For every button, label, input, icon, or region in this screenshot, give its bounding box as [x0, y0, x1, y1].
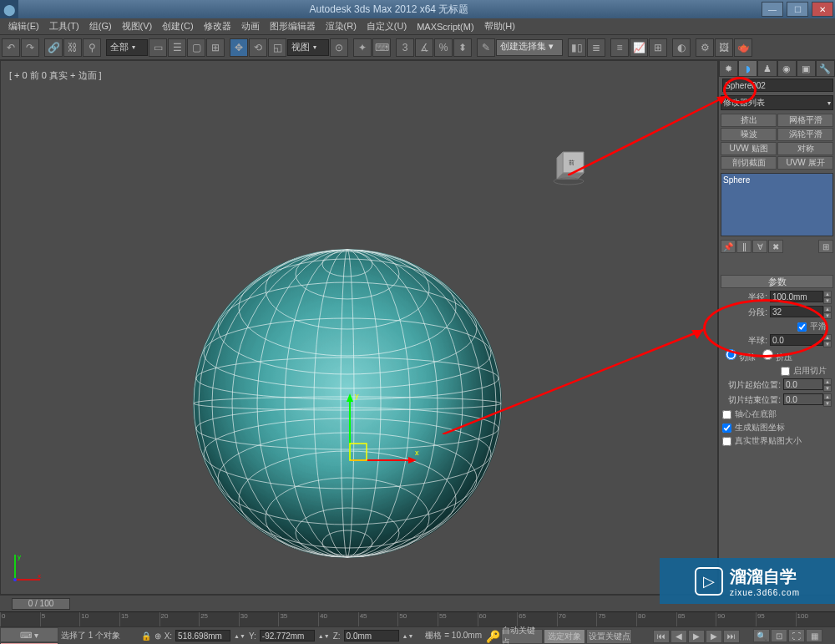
menu-maxscript[interactable]: MAXScript(M): [412, 20, 478, 33]
menu-create[interactable]: 创建(C): [157, 18, 198, 34]
menu-rendering[interactable]: 渲染(R): [321, 18, 362, 34]
squash-radio[interactable]: 挤压: [762, 349, 792, 363]
chop-radio[interactable]: 切除: [726, 349, 756, 363]
percent-snap-button[interactable]: %: [434, 38, 453, 57]
redo-button[interactable]: ↷: [21, 38, 39, 57]
keyboard-shortcut-button[interactable]: ⌨: [372, 38, 391, 57]
selection-filter[interactable]: 全部: [106, 39, 148, 56]
angle-snap-button[interactable]: ∡: [415, 38, 433, 57]
y-coord-input[interactable]: [260, 630, 315, 641]
x-coord-input[interactable]: [175, 630, 230, 641]
layer-button[interactable]: ≡: [610, 38, 629, 57]
zoom-extents-button[interactable]: ⛶: [788, 629, 805, 642]
hierarchy-tab[interactable]: ♟: [757, 60, 777, 77]
goto-start-button[interactable]: ⏮: [653, 630, 670, 643]
snap-toggle-button[interactable]: 3: [396, 38, 414, 57]
radius-input[interactable]: [770, 291, 823, 302]
segments-input[interactable]: [770, 306, 823, 317]
edit-selection-button[interactable]: ✎: [477, 38, 495, 57]
move-button[interactable]: ✥: [230, 38, 248, 57]
smooth-checkbox[interactable]: [797, 322, 807, 332]
menu-graph[interactable]: 图形编辑器: [265, 18, 321, 34]
track-bar[interactable]: 0510152025303540455055606570758085909510…: [0, 611, 835, 626]
auto-key-button[interactable]: 自动关键点: [501, 629, 543, 644]
pin-stack-button[interactable]: 📌: [721, 240, 736, 253]
segments-down[interactable]: ▼: [823, 312, 832, 319]
mod-slice[interactable]: 剖切截面: [721, 156, 777, 170]
hemi-up[interactable]: ▲: [823, 334, 832, 341]
viewport[interactable]: [ + 0 前 0 真实 + 边面 ]: [0, 60, 718, 595]
scale-button[interactable]: ◱: [268, 38, 286, 57]
mod-extrude[interactable]: 挤出: [721, 114, 777, 127]
select-button[interactable]: ▭: [149, 38, 167, 57]
modify-tab[interactable]: ◗: [738, 60, 757, 77]
rendered-frame-button[interactable]: 🖼: [715, 38, 733, 57]
mod-meshsmooth[interactable]: 网格平滑: [777, 114, 833, 127]
stack-item-sphere[interactable]: Sphere: [723, 175, 831, 185]
menu-tools[interactable]: 工具(T): [44, 18, 84, 34]
display-tab[interactable]: ▣: [797, 60, 816, 77]
viewport-label[interactable]: [ + 0 前 0 真实 + 边面 ]: [9, 69, 102, 82]
zoom-all-button[interactable]: ⊡: [771, 629, 787, 642]
parameters-rollout[interactable]: 参数: [721, 275, 833, 288]
maximize-button[interactable]: ☐: [787, 2, 808, 17]
object-name-input[interactable]: [722, 79, 833, 92]
slice-on-checkbox[interactable]: [781, 367, 790, 376]
create-tab[interactable]: ✹: [719, 60, 738, 77]
curve-editor-button[interactable]: 📈: [630, 38, 648, 57]
z-coord-input[interactable]: [344, 630, 399, 641]
set-key-button[interactable]: 设置关键点: [586, 629, 632, 644]
ref-coord-system[interactable]: 视图: [287, 39, 329, 56]
menu-animation[interactable]: 动画: [236, 18, 265, 34]
hemi-down[interactable]: ▼: [823, 341, 832, 347]
modifier-list-dropdown[interactable]: 修改器列表: [721, 95, 833, 110]
menu-modifiers[interactable]: 修改器: [199, 18, 236, 34]
make-unique-button[interactable]: ∀: [752, 240, 767, 253]
show-end-result-button[interactable]: ǁ: [736, 240, 752, 253]
configure-sets-button[interactable]: ⊞: [818, 240, 833, 253]
prev-frame-button[interactable]: ◀: [671, 630, 687, 643]
lock-icon[interactable]: 🔒: [141, 631, 151, 641]
select-manipulate-button[interactable]: ✦: [353, 38, 372, 57]
rotate-button[interactable]: ⟲: [249, 38, 267, 57]
align-button[interactable]: ≣: [587, 38, 605, 57]
radius-down[interactable]: ▼: [823, 297, 832, 304]
key-icon[interactable]: 🔑: [486, 630, 500, 643]
mod-uvwunwrap[interactable]: UVW 展开: [777, 156, 833, 170]
next-frame-button[interactable]: ▶: [706, 630, 722, 643]
zoom-button[interactable]: 🔍: [753, 629, 770, 642]
mod-uvwmap[interactable]: UVW 贴图: [721, 142, 777, 155]
mod-turbosmooth[interactable]: 涡轮平滑: [777, 128, 833, 141]
menu-views[interactable]: 视图(V): [117, 18, 158, 34]
hemisphere-input[interactable]: [770, 334, 823, 346]
sphere-object[interactable]: [193, 249, 502, 558]
render-setup-button[interactable]: ⚙: [696, 38, 714, 57]
mirror-button[interactable]: ▮▯: [568, 38, 586, 57]
menu-customize[interactable]: 自定义(U): [362, 18, 412, 34]
minimize-button[interactable]: —: [762, 2, 783, 17]
select-region-button[interactable]: ▢: [187, 38, 205, 57]
menu-help[interactable]: 帮助(H): [479, 18, 520, 34]
selected-dropdown[interactable]: 选定对象: [544, 629, 585, 644]
link-button[interactable]: 🔗: [44, 38, 63, 57]
coord-icon[interactable]: ⊕: [154, 631, 161, 641]
base-pivot-checkbox[interactable]: [722, 410, 731, 419]
window-crossing-button[interactable]: ⊞: [206, 38, 225, 57]
modifier-stack[interactable]: Sphere: [721, 173, 833, 236]
render-button[interactable]: 🫖: [734, 38, 752, 57]
mod-symmetry[interactable]: 对称: [777, 142, 833, 155]
view-cube[interactable]: 前: [550, 148, 592, 185]
bind-button[interactable]: ⚲: [83, 38, 101, 57]
utilities-tab[interactable]: 🔧: [816, 60, 835, 77]
mod-noise[interactable]: 噪波: [721, 128, 777, 141]
time-slider[interactable]: 0 / 100: [12, 598, 70, 610]
close-button[interactable]: ✕: [812, 2, 833, 17]
spinner-snap-button[interactable]: ⬍: [453, 38, 472, 57]
goto-end-button[interactable]: ⏭: [723, 630, 740, 643]
remove-modifier-button[interactable]: ✖: [768, 240, 783, 253]
pivot-button[interactable]: ⊙: [330, 38, 348, 57]
segments-up[interactable]: ▲: [823, 306, 832, 312]
gen-uv-checkbox[interactable]: [722, 423, 731, 433]
material-editor-button[interactable]: ◐: [672, 38, 691, 57]
menu-group[interactable]: 组(G): [84, 18, 117, 34]
